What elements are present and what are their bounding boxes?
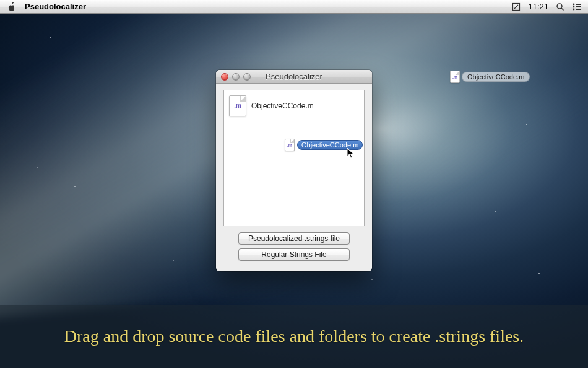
svg-line-2 — [561, 8, 564, 11]
list-item[interactable]: .m ObjectiveCCode.m — [229, 95, 314, 116]
file-drop-area[interactable]: .m ObjectiveCCode.m .m ObjectiveCCode.m — [223, 90, 365, 226]
menu-extra-icon[interactable] — [512, 2, 521, 11]
notification-center-icon[interactable] — [572, 2, 582, 11]
caption-text: Drag and drop source code files and fold… — [40, 325, 549, 348]
spotlight-icon[interactable] — [556, 2, 564, 11]
svg-point-3 — [573, 3, 575, 5]
svg-rect-8 — [576, 9, 581, 10]
svg-point-5 — [573, 6, 575, 7]
svg-point-7 — [573, 8, 575, 10]
desktop: Pseudolocalizer 11:21 .m ObjectiveCCode.… — [0, 0, 588, 368]
menubar: Pseudolocalizer 11:21 — [0, 0, 588, 14]
zoom-button[interactable] — [243, 73, 251, 81]
svg-rect-6 — [576, 6, 581, 7]
desktop-file-item[interactable]: .m ObjectiveCCode.m — [450, 71, 530, 83]
svg-rect-4 — [576, 4, 581, 5]
button-label: Regular Strings File — [261, 250, 326, 259]
window-titlebar[interactable]: Pseudolocalizer — [216, 70, 372, 84]
apple-menu-icon[interactable] — [7, 2, 16, 11]
file-icon: .m — [450, 71, 460, 83]
menubar-app-name[interactable]: Pseudolocalizer — [25, 2, 86, 11]
svg-point-1 — [557, 4, 562, 9]
pseudolocalized-button[interactable]: Pseudolocalized .strings file — [238, 232, 350, 245]
app-window: Pseudolocalizer .m ObjectiveCCode.m .m O… — [216, 70, 372, 271]
cursor-icon — [347, 147, 355, 161]
minimize-button[interactable] — [232, 73, 240, 81]
menubar-clock[interactable]: 11:21 — [528, 2, 548, 11]
regular-strings-button[interactable]: Regular Strings File — [238, 248, 350, 261]
button-label: Pseudolocalized .strings file — [248, 234, 340, 243]
close-button[interactable] — [221, 73, 228, 81]
file-icon: .m — [229, 95, 246, 116]
desktop-file-label: ObjectiveCCode.m — [462, 72, 530, 82]
file-icon: .m — [285, 139, 295, 151]
file-label: ObjectiveCCode.m — [251, 102, 314, 110]
caption-overlay: Drag and drop source code files and fold… — [0, 305, 588, 368]
